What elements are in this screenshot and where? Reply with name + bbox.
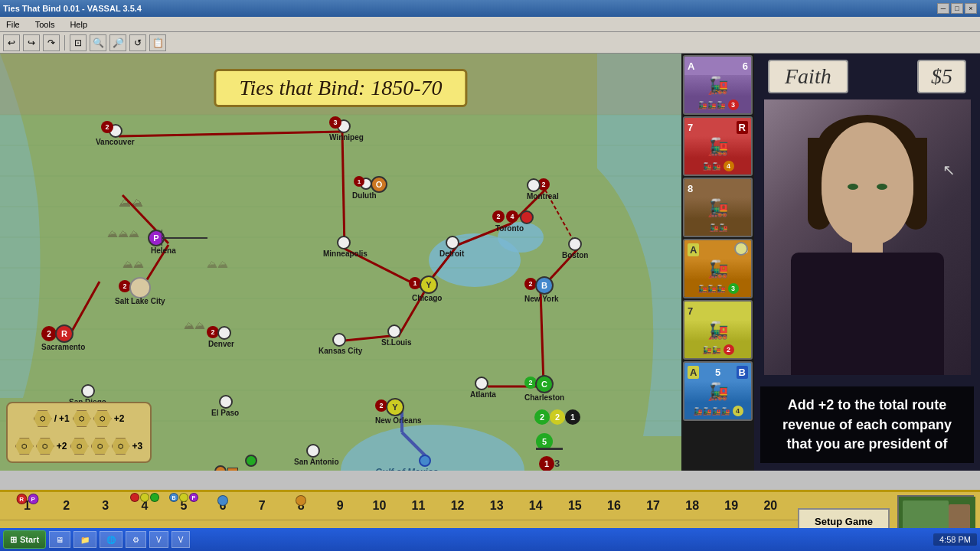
- card-brown-trains: 🚂🚂: [709, 223, 727, 232]
- window-controls[interactable]: ─ □ ×: [937, 3, 977, 14]
- card-orange-icon: A: [688, 243, 699, 256]
- toolbar-sep1: [64, 35, 65, 51]
- card-orange-body: 🚂: [684, 259, 751, 280]
- score-cell-4: 4: [125, 492, 164, 520]
- card-purple-body: 🚂: [684, 75, 751, 96]
- card-yellow-trains: 🚂🚂: [702, 346, 720, 354]
- card-blue-train-icon: 🚂: [707, 382, 728, 402]
- green-marker: [245, 455, 257, 467]
- card-purple-train-icon: 🚂: [707, 76, 728, 96]
- taskbar-app-2[interactable]: 📁: [74, 531, 96, 548]
- undo-button[interactable]: ↩: [3, 34, 20, 51]
- score-cell-13: 13: [477, 492, 516, 520]
- toronto-badge2: 2: [492, 210, 505, 223]
- score-cell-2: 2: [47, 492, 86, 520]
- info-button[interactable]: 📋: [149, 34, 166, 51]
- card-brown-bottom: 🚂🚂: [684, 219, 751, 236]
- score-cell-7: 7: [243, 492, 282, 520]
- newyork-marker: B: [535, 276, 554, 295]
- score-num-2b: 2: [550, 409, 565, 425]
- card-red-body: 🚂: [684, 136, 751, 158]
- card-purple-top: A 6: [684, 57, 751, 75]
- taskbar: ⊞ Start 🖥 📁 🌐 ⚙ V V 4:58 PM: [0, 528, 980, 551]
- cursor-indicator: ↖: [942, 161, 956, 179]
- hex-icon-5: ⬡: [36, 438, 54, 455]
- sacramento-label: Sacramento: [41, 343, 85, 351]
- red-score1: 1: [539, 456, 554, 471]
- score-cell-15: 15: [555, 492, 594, 520]
- card-red-num: 7: [688, 122, 693, 133]
- portrait-face: [822, 122, 913, 245]
- card-brown-num: 8: [688, 183, 693, 194]
- company-card-purple[interactable]: A 6 🚂 🚂🚂🚂 3: [683, 55, 753, 115]
- card-orange-badge: 3: [728, 283, 739, 294]
- step-button[interactable]: ↷: [43, 34, 60, 51]
- start-button[interactable]: ⊞ Start: [3, 530, 46, 549]
- taskbar-app-3[interactable]: 🌐: [100, 531, 122, 548]
- rotate-button[interactable]: ↺: [129, 34, 146, 51]
- zoom-in-button[interactable]: 🔎: [109, 34, 126, 51]
- card-blue-b: B: [737, 366, 748, 379]
- slc-label: Salt Lake City: [115, 297, 165, 305]
- chicago-label: Chicago: [412, 294, 442, 302]
- company-card-orange[interactable]: A 6 🚂 🚂🚂🚂 3: [683, 239, 753, 298]
- company-card-yellow[interactable]: 7 🚂 🚂🚂 2: [683, 300, 753, 360]
- score-num-9: 9: [337, 499, 344, 513]
- company-card-brown[interactable]: 8 🚂 🚂🚂: [683, 178, 753, 237]
- score-cell-19: 19: [712, 492, 751, 520]
- card-yellow-num: 7: [688, 305, 693, 317]
- denver-label: Denver: [208, 340, 234, 348]
- company-card-red[interactable]: 7 R 🚂 🚂🚂 4: [683, 116, 753, 176]
- windows-logo: ⊞: [10, 535, 17, 545]
- score-num-10: 10: [372, 499, 386, 513]
- card-purple-badge: 3: [728, 99, 739, 110]
- file-menu[interactable]: File: [3, 19, 23, 30]
- score-num-2: 2: [63, 499, 70, 513]
- score-cell-8: 8: [282, 492, 321, 520]
- taskbar-app-6[interactable]: V: [172, 531, 191, 548]
- zoom-to-fit-button[interactable]: ⊡: [70, 34, 87, 51]
- right-panel: A 6 🚂 🚂🚂🚂 3 7 R 🚂: [681, 54, 980, 471]
- card-yellow-badge: 2: [724, 344, 734, 355]
- window-title: Ties That Bind 0.01 - VASSAL 3.5.4: [3, 4, 142, 13]
- map-area[interactable]: ⛰⛰ ⛰⛰⛰ ⛰⛰ ⛰⛰ ⛰⛰: [0, 54, 681, 471]
- score-num-18: 18: [685, 499, 699, 513]
- company-card-blue[interactable]: A 5 B 🚂 🚂🚂🚂🚂 4: [683, 361, 753, 421]
- score-num-19: 19: [724, 499, 738, 513]
- brown-square-marker: [227, 468, 238, 471]
- score-token-4b: [140, 493, 149, 502]
- card-red-train-icon: 🚂: [707, 137, 728, 157]
- toronto-badge: 4: [506, 210, 518, 223]
- card-yellow-bottom: 🚂🚂 2: [684, 341, 751, 358]
- kc-label: Kansas City: [318, 347, 362, 355]
- orange-circle: [734, 242, 748, 256]
- taskbar-app-1[interactable]: 🖥: [49, 531, 70, 548]
- game-title: Ties that Bind: 1850-70: [214, 69, 467, 107]
- legend-value-2: +2: [114, 413, 125, 424]
- tools-menu[interactable]: Tools: [32, 19, 58, 30]
- winnipeg-badge: 3: [329, 116, 341, 129]
- score-token-5c: P: [189, 493, 198, 502]
- score-token-8: [296, 495, 306, 506]
- svg-text:⛰⛰: ⛰⛰: [207, 258, 228, 270]
- score-cell-1: 1 R P: [8, 492, 47, 520]
- taskbar-app-4[interactable]: ⚙: [126, 531, 146, 548]
- card-yellow-top: 7: [684, 302, 751, 320]
- taskbar-app-5[interactable]: V: [149, 531, 168, 548]
- minimize-button[interactable]: ─: [937, 3, 949, 14]
- maximize-button[interactable]: □: [951, 3, 963, 14]
- gulf-marker: [419, 455, 431, 467]
- duluth-badge: 1: [354, 176, 364, 187]
- score-cell-16: 16: [594, 492, 633, 520]
- taskbar-left: ⊞ Start 🖥 📁 🌐 ⚙ V V: [3, 530, 190, 549]
- hex-icon-1: ⬡: [34, 410, 52, 427]
- score-cell-12: 12: [438, 492, 477, 520]
- close-button[interactable]: ×: [965, 3, 977, 14]
- chicago-marker: Y: [420, 276, 438, 294]
- redo-button[interactable]: ↪: [23, 34, 40, 51]
- card-blue-badge: 4: [733, 406, 743, 416]
- card-yellow-body: 🚂: [684, 320, 751, 341]
- help-menu[interactable]: Help: [67, 19, 90, 30]
- score-cell-11: 11: [399, 492, 438, 520]
- zoom-out-button[interactable]: 🔍: [90, 34, 106, 51]
